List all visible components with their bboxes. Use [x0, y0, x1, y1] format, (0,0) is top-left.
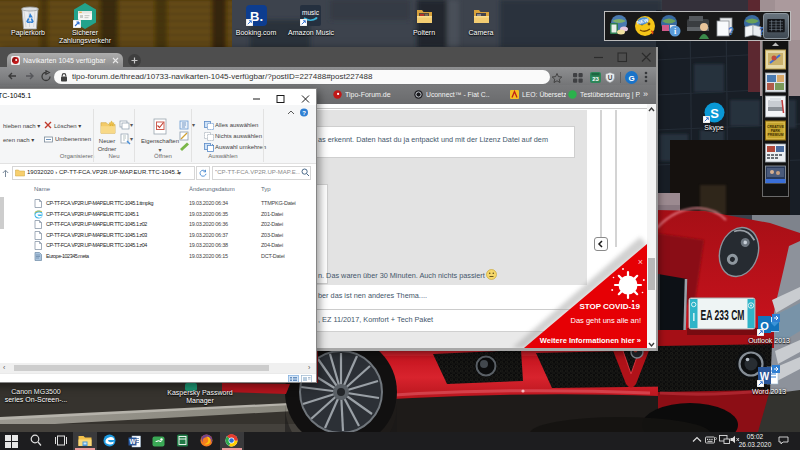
svg-text:×: ×	[638, 257, 643, 267]
svg-text:Weitere Informationen hier »: Weitere Informationen hier »	[540, 336, 641, 345]
svg-text:music: music	[302, 9, 320, 16]
svg-text:?: ?	[302, 110, 306, 116]
svg-text:U: U	[608, 74, 613, 81]
svg-text:?: ?	[728, 26, 734, 37]
svg-text:G: G	[628, 74, 634, 83]
svg-text:STOP COVID-19: STOP COVID-19	[579, 302, 640, 311]
svg-text:W: W	[129, 438, 136, 445]
svg-text:23: 23	[592, 76, 599, 82]
svg-text:PREMIUM: PREMIUM	[767, 133, 783, 137]
svg-text:S: S	[710, 106, 719, 121]
svg-text:Das geht uns alle an!: Das geht uns alle an!	[571, 316, 641, 325]
svg-text:EA 233 CM: EA 233 CM	[701, 306, 745, 323]
